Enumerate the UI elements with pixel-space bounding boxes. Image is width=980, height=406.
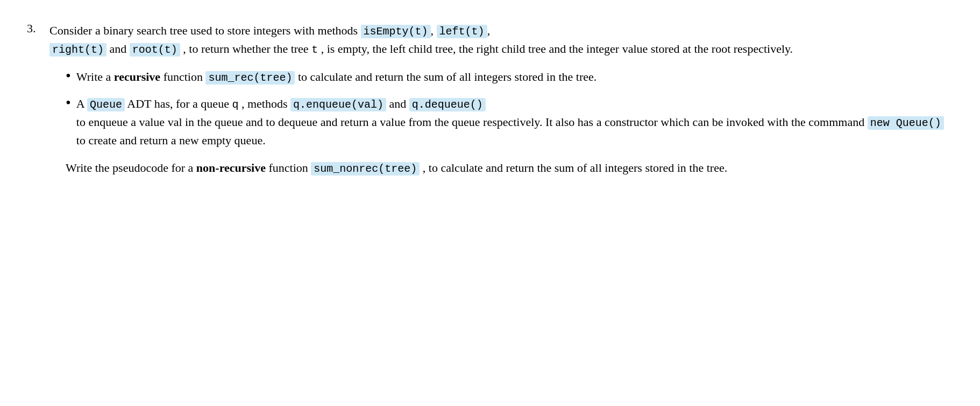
comma-2: , [487,24,491,37]
var-t: t [311,44,318,56]
bullet-content-1: Write a recursive function sum_rec(tree)… [76,68,952,86]
intro-text-2: , to return whether the tree [183,42,308,55]
intro-text-1: Consider a binary search tree used to st… [49,24,358,37]
var-q: q [232,99,238,111]
comma-1: , [431,24,434,37]
bullet-item-2: • A Queue ADT has, for a queue q , metho… [66,95,952,150]
intro-text-3: , is empty, the left child tree, the rig… [321,42,793,55]
and-1: and [110,42,127,55]
question-number-row: 3. Consider a binary search tree used to… [27,22,952,177]
sub-paragraph: Write the pseudocode for a non-recursive… [66,159,952,177]
method-enqueue: q.enqueue(val) [290,98,386,111]
bullet1-text2: to calculate and return the sum of all i… [298,70,596,83]
bullet-dot-2: • [66,94,71,112]
bullet-item-1: • Write a recursive function sum_rec(tre… [66,68,952,86]
question-text: Consider a binary search tree used to st… [49,22,952,177]
method-sumnonrec: sum_nonrec(tree) [311,162,420,176]
and-2: and [389,97,407,110]
method-sumrec: sum_rec(tree) [205,71,295,85]
bullet1-text1: function [164,70,203,83]
bullet2-text4: It also has a constructor which can be i… [545,115,864,129]
bullet1-bold: recursive [114,70,160,83]
bullet2-prefix: A [76,97,84,110]
bullet1-prefix: Write a [76,70,111,83]
question-container: 3. Consider a binary search tree used to… [27,22,952,177]
bullet-list: • Write a recursive function sum_rec(tre… [66,68,952,150]
sub-text2: function [269,161,308,174]
code-queue: Queue [87,98,125,111]
sub-bold: non-recursive [196,161,266,174]
method-dequeue: q.dequeue() [409,98,486,111]
sub-text3: , to calculate and return the sum of all… [423,161,727,174]
bullet2-text3: to enqueue a value val in the queue and … [76,115,543,129]
bullet-dot-1: • [66,67,71,85]
bullet2-text2: , methods [242,97,288,110]
sub-text1: Write the pseudocode for a [66,161,193,174]
method-isempty: isEmpty(t) [361,25,431,38]
bullet-content-2: A Queue ADT has, for a queue q , methods… [76,95,952,150]
question-number: 3. [27,22,43,36]
method-left: left(t) [437,25,487,38]
method-root: root(t) [130,43,180,57]
method-newqueue: new Queue() [868,116,944,130]
bullet2-text5: to create and return a new empty queue. [76,134,266,147]
bullet2-text1: ADT has, for a queue [127,97,229,110]
method-right: right(t) [49,43,106,57]
